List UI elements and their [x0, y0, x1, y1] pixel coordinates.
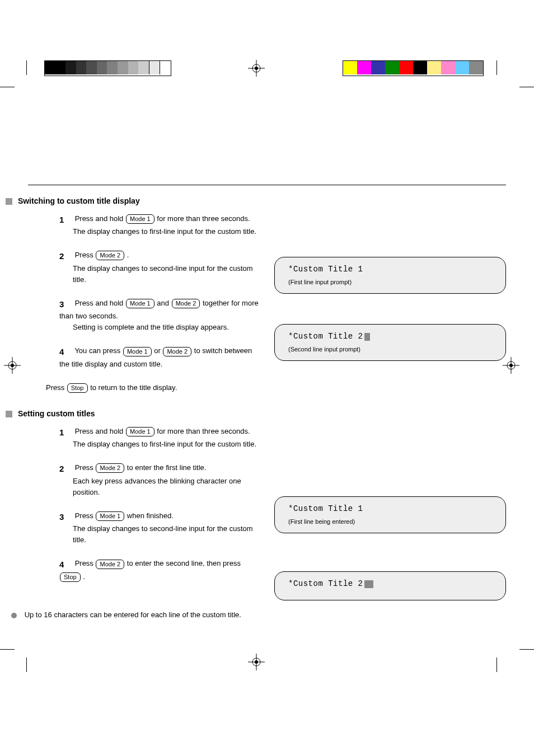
text: .	[127, 251, 129, 259]
section1-step3: 3 Press and hold Mode 1 and Mode 2 toget…	[59, 298, 263, 334]
mode2-key: Mode 2	[96, 251, 124, 260]
text: Press	[75, 559, 93, 567]
section2-step3: 3 Press Mode 1 when finished. The displa…	[59, 510, 263, 546]
section2-step1: 1 Press and hold Mode 1 for more than th…	[59, 426, 263, 450]
lcd-text: *Custom Title 2	[288, 330, 492, 342]
section2-title: Setting custom titles	[18, 409, 95, 418]
svg-point-3	[255, 67, 258, 70]
text: for more than three seconds.	[157, 214, 250, 223]
text: You can press	[74, 346, 120, 355]
crop-mark	[0, 649, 15, 650]
svg-point-7	[11, 364, 14, 367]
lcd-panel-3: *Custom Title 1 (First line being entere…	[274, 496, 506, 533]
crop-mark	[496, 658, 497, 672]
text: The display changes to first-line input …	[59, 439, 263, 450]
mode1-key: Mode 1	[123, 347, 152, 356]
text: to enter the first line title.	[127, 463, 207, 472]
cursor-icon	[364, 333, 370, 341]
text: and	[157, 299, 169, 307]
section2-step2: 2 Press Mode 2 to enter the first line t…	[59, 462, 263, 498]
lcd-text: *Custom Title 1	[288, 263, 492, 275]
lcd-panel-4: *Custom Title 2	[274, 571, 506, 600]
section1-step2: 2 Press Mode 2 . The display changes to …	[59, 250, 263, 285]
crop-mark	[496, 60, 497, 75]
lcd-caption: (First line input prompt)	[288, 278, 492, 288]
square-bullet-icon	[6, 411, 12, 417]
text: Press	[46, 383, 64, 392]
section1-heading: Switching to custom title display	[6, 196, 506, 205]
cursor-icon	[364, 580, 373, 588]
content-area: Switching to custom title display 1 Pres…	[28, 185, 506, 621]
lcd-text: *Custom Title 2	[288, 577, 492, 590]
text: The display changes to second-line input…	[59, 263, 263, 285]
color-calibration-bar	[343, 60, 484, 76]
text: or	[154, 346, 161, 355]
step-number: 3	[59, 298, 73, 311]
stop-key: Stop	[67, 383, 88, 393]
step-number: 1	[59, 213, 73, 226]
step-number: 3	[59, 510, 73, 523]
section2-heading: Setting custom titles	[6, 409, 506, 418]
grayscale-calibration-bar	[44, 60, 171, 76]
square-bullet-icon	[6, 198, 12, 205]
lcd-text: *Custom Title 1	[288, 503, 492, 515]
text: Press	[75, 251, 93, 259]
step-number: 1	[59, 426, 73, 439]
register-mark-top	[248, 60, 265, 77]
lcd-panel-2: *Custom Title 2 (Second line input promp…	[274, 324, 506, 361]
text: Setting is complete and the title displa…	[59, 322, 263, 333]
crop-mark	[26, 60, 27, 75]
mode1-key: Mode 1	[126, 214, 154, 224]
text: for more than three seconds.	[157, 427, 250, 435]
section2-step4: 4 Press Mode 2 to enter the second line,…	[59, 558, 263, 582]
text: Press and hold	[75, 427, 124, 435]
section1-stop-note: Press Stop to return to the title displa…	[46, 382, 263, 393]
mode1-key: Mode 1	[96, 511, 124, 521]
step-number: 2	[59, 250, 73, 262]
section1-title: Switching to custom title display	[18, 196, 140, 205]
step-number: 2	[59, 462, 73, 475]
stop-key: Stop	[60, 572, 81, 582]
mode2-key: Mode 2	[172, 299, 200, 308]
text: Press	[75, 511, 93, 520]
crop-mark	[26, 658, 27, 672]
dot-bullet-icon	[11, 613, 17, 618]
text: The display changes to first-line input …	[59, 226, 263, 237]
crop-mark	[519, 649, 534, 650]
svg-point-15	[255, 660, 258, 664]
lcd-caption: (First line being entered)	[288, 517, 492, 527]
crop-mark	[519, 87, 534, 87]
page: Switching to custom title display 1 Pres…	[0, 0, 534, 756]
register-mark-left	[4, 357, 21, 374]
mode1-key: Mode 1	[126, 427, 154, 436]
step-number: 4	[59, 558, 73, 571]
lcd-panel-1: *Custom Title 1 (First line input prompt…	[274, 257, 506, 294]
mode1-key: Mode 1	[126, 299, 154, 308]
text: Each key press advances the blinking cha…	[59, 476, 263, 498]
section1-step1: 1 Press and hold Mode 1 for more than th…	[59, 213, 263, 237]
text: Press and hold	[75, 214, 124, 223]
step-number: 4	[59, 345, 73, 358]
lcd-caption: (Second line input prompt)	[288, 345, 492, 355]
section1-step4: 4 You can press Mode 1 or Mode 2 to swit…	[59, 345, 263, 369]
mode2-key: Mode 2	[96, 463, 124, 473]
crop-mark	[0, 87, 15, 87]
text: to enter the second line, then press	[127, 559, 241, 567]
mode2-key: Mode 2	[96, 560, 124, 569]
register-mark-bottom	[248, 654, 265, 670]
footnote: Up to 16 characters can be entered for e…	[11, 609, 506, 621]
text: Press	[75, 463, 93, 472]
text: Press and hold	[75, 299, 124, 307]
text: The display changes to second-line input…	[59, 523, 263, 546]
svg-point-11	[509, 364, 513, 367]
text: .	[83, 572, 85, 581]
text: to return to the title display.	[90, 383, 177, 392]
text: when finished.	[127, 511, 174, 520]
mode2-key: Mode 2	[163, 347, 191, 356]
note-text: Up to 16 characters can be entered for e…	[25, 611, 241, 619]
